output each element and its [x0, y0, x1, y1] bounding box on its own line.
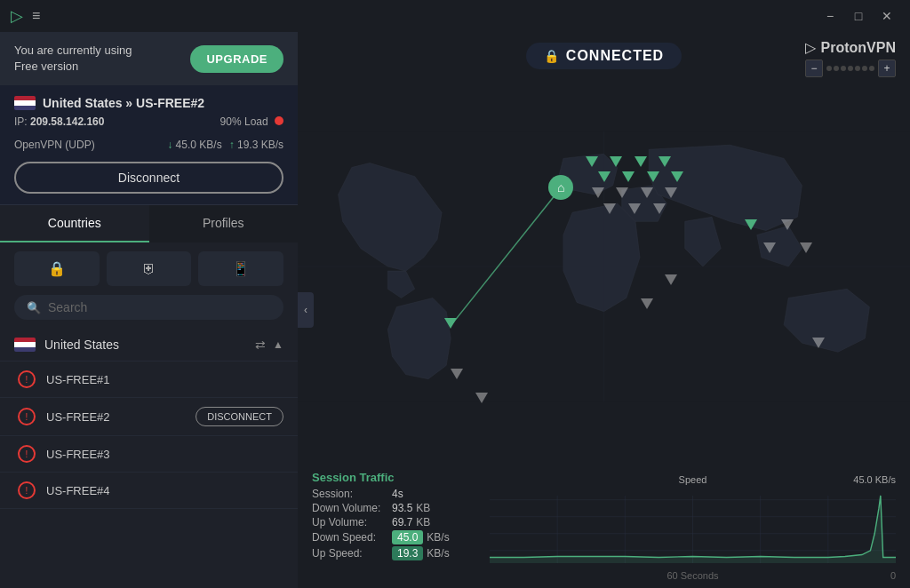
titlebar-left: ▷ ≡: [11, 6, 40, 26]
search-wrapper: 🔍: [14, 295, 283, 320]
filter-shield-button[interactable]: ⛨: [107, 251, 192, 286]
server-name: US-FREE#3: [46, 448, 283, 461]
down-vol-unit: KB: [416, 502, 430, 514]
server-triangle: [671, 171, 683, 182]
down-vol-label: Down Volume:: [312, 502, 392, 514]
upgrade-button[interactable]: UPGRADE: [190, 45, 283, 73]
ip-label: IP:: [14, 115, 28, 128]
speed-down-value: 45.0 KB/s: [167, 139, 221, 151]
minimize-button[interactable]: −: [818, 4, 842, 28]
upgrade-banner: You are currently using Free version UPG…: [0, 32, 298, 85]
map-area: ‹ 🔒 CONNECTED ▷ ProtonVPN −: [298, 32, 910, 588]
lock-icon: 🔒: [544, 49, 559, 63]
chart-speed-label: Speed: [679, 474, 707, 485]
server-triangle-australia: [812, 338, 825, 348]
speed-chart: Speed 45.0 KB/s 60 Seconds 0: [490, 471, 896, 584]
us-flag-icon: [14, 96, 36, 110]
chart-time-label: 60 Seconds: [667, 570, 718, 581]
server-triangle: [475, 393, 488, 403]
up-speed-value: 19.3: [392, 546, 423, 560]
server-item-us-free-2[interactable]: ! US-FREE#2 DISCONNECT: [0, 398, 298, 436]
connected-label: CONNECTED: [566, 48, 664, 64]
server-triangle: [647, 171, 659, 182]
filter-mobile-button[interactable]: 📱: [198, 251, 283, 286]
stat-session: Session: 4s: [312, 488, 490, 500]
server-list[interactable]: United States ⇄ ▲ ! US-FREE#1 ! US-FREE#…: [0, 329, 298, 588]
sidebar: You are currently using Free version UPG…: [0, 32, 298, 588]
server-triangle: [616, 187, 628, 198]
up-vol-unit: KB: [416, 516, 430, 528]
mobile-filter-icon: 📱: [232, 260, 250, 277]
server-triangle: [635, 156, 647, 167]
server-triangle: [622, 171, 635, 182]
server-item-us-free-3[interactable]: ! US-FREE#3: [0, 436, 298, 473]
speed-up-value: 19.3 KB/s: [229, 139, 283, 151]
connection-ip-row: IP: 209.58.142.160 90% Load: [14, 115, 283, 131]
traffic-title: Session Traffic: [312, 471, 490, 484]
search-input[interactable]: [48, 300, 271, 314]
server-triangle-us-west: [444, 318, 457, 329]
stat-up-vol: Up Volume: 69.7 KB: [312, 516, 490, 528]
server-free-icon: !: [18, 408, 36, 425]
filter-buttons: 🔒 ⛨ 📱: [0, 242, 298, 295]
server-free-icon: !: [18, 370, 36, 388]
connection-protocol: OpenVPN (UDP): [14, 139, 95, 151]
load-indicator-icon: [275, 116, 283, 125]
connection-load: 90% Load: [220, 115, 283, 128]
session-label: Session:: [312, 488, 392, 500]
load-value: 90% Load: [220, 115, 268, 128]
up-vol-value: 69.7: [392, 516, 412, 528]
chevron-up-icon: ▲: [273, 338, 283, 351]
up-vol-label: Up Volume:: [312, 516, 392, 528]
main-tabs: Countries Profiles: [0, 205, 298, 242]
up-speed-label: Up Speed:: [312, 547, 392, 560]
server-item-us-free-1[interactable]: ! US-FREE#1: [0, 362, 298, 398]
country-header-us[interactable]: United States ⇄ ▲: [0, 329, 298, 362]
server-triangle-asia: [745, 219, 757, 230]
session-value: 4s: [392, 488, 403, 500]
home-marker: ⌂: [548, 175, 573, 200]
filter-secure-button[interactable]: 🔒: [14, 251, 100, 286]
menu-icon[interactable]: ≡: [32, 8, 40, 24]
close-button[interactable]: ✕: [874, 4, 899, 28]
sidebar-toggle-button[interactable]: ‹: [298, 292, 314, 328]
banner-text: You are currently using Free version: [14, 43, 132, 75]
connected-badge: 🔒 CONNECTED: [526, 43, 682, 69]
maximize-button[interactable]: □: [846, 4, 871, 28]
server-name: US-FREE#2: [46, 410, 196, 424]
server-triangle: [653, 203, 666, 214]
stat-down-vol: Down Volume: 93.5 KB: [312, 502, 490, 514]
banner-line2: Free version: [14, 59, 132, 75]
server-triangle: [603, 203, 616, 214]
connection-title: United States » US-FREE#2: [43, 96, 204, 110]
server-item-us-free-4[interactable]: ! US-FREE#4: [0, 473, 298, 509]
server-triangle: [665, 187, 677, 198]
server-name: US-FREE#1: [46, 373, 283, 386]
window-controls: − □ ✕: [818, 4, 899, 28]
shield-filter-icon: ⛨: [142, 261, 156, 277]
disconnect-button[interactable]: Disconnect: [14, 162, 283, 194]
country-flag-icon: [14, 338, 36, 352]
connection-speed: 45.0 KB/s 19.3 KB/s: [167, 139, 283, 151]
app-logo-icon: ▷: [11, 6, 23, 26]
stat-up-speed: Up Speed: 19.3 KB/s: [312, 546, 490, 560]
lock-filter-icon: 🔒: [48, 260, 66, 277]
stat-down-speed: Down Speed: 45.0 KB/s: [312, 530, 490, 544]
up-speed-unit: KB/s: [427, 547, 449, 560]
main-content: You are currently using Free version UPG…: [0, 32, 910, 588]
proton-logo-icon: ▷: [805, 39, 816, 56]
down-speed-value: 45.0: [392, 530, 423, 544]
tab-profiles[interactable]: Profiles: [149, 205, 299, 242]
banner-line1: You are currently using: [14, 43, 132, 59]
chart-top-value: 45.0 KB/s: [853, 474, 896, 485]
proton-name: ProtonVPN: [821, 40, 896, 56]
server-triangle: [800, 242, 812, 253]
search-icon: 🔍: [27, 301, 41, 314]
map-header: 🔒 CONNECTED ▷ ProtonVPN −: [298, 32, 910, 69]
server-disconnect-button[interactable]: DISCONNECT: [196, 407, 283, 426]
tab-countries[interactable]: Countries: [0, 205, 149, 242]
server-triangle: [451, 369, 463, 379]
world-map[interactable]: ⌂: [298, 69, 910, 464]
down-speed-unit: KB/s: [427, 531, 449, 544]
country-name: United States: [44, 338, 255, 352]
